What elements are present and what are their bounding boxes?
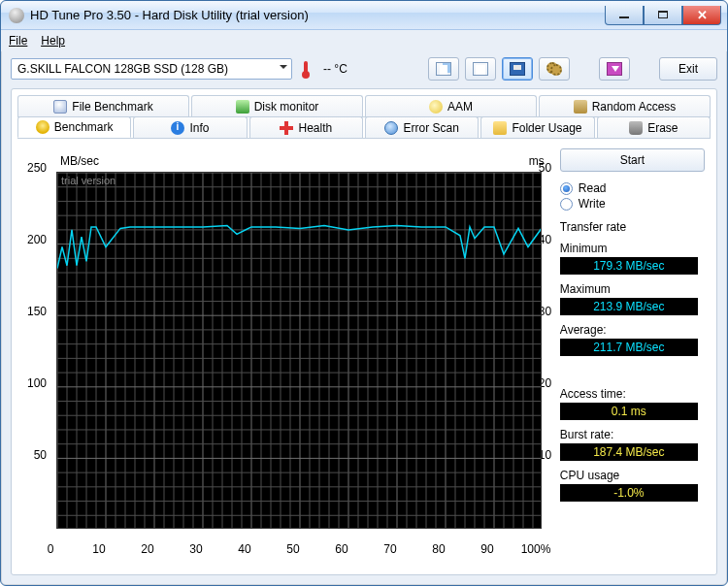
y-axis-left: 250 200 150 100 50 <box>21 168 49 527</box>
radio-read-label: Read <box>579 181 607 195</box>
minimize-icon <box>619 16 629 18</box>
window: HD Tune Pro 3.50 - Hard Disk Utility (tr… <box>0 0 728 586</box>
maximize-button[interactable] <box>644 6 682 25</box>
copy-info-icon <box>436 62 451 76</box>
average-value: 211.7 MB/sec <box>560 339 698 356</box>
minimum-label: Minimum <box>560 242 705 255</box>
radio-icon <box>560 182 573 195</box>
start-button[interactable]: Start <box>560 148 705 172</box>
options-button[interactable] <box>539 57 570 81</box>
cpu-usage-value: -1.0% <box>560 484 698 502</box>
minimum-value: 179.3 MB/sec <box>560 257 698 275</box>
radio-icon <box>560 198 573 211</box>
close-button[interactable]: ✕ <box>682 6 721 25</box>
y-left-label: MB/sec <box>60 154 99 168</box>
radio-write[interactable]: Write <box>560 197 705 211</box>
tab-row-lower: Benchmark Info Health Error Scan Folder … <box>17 116 711 139</box>
access-time-value: 0.1 ms <box>560 403 698 420</box>
exit-button[interactable]: Exit <box>659 57 717 81</box>
disk-monitor-icon <box>236 100 249 114</box>
right-panel: Start Read Write Transfer rate Minimum 1… <box>558 145 707 573</box>
radio-read[interactable]: Read <box>560 181 705 195</box>
maximum-value: 213.9 MB/sec <box>560 298 698 315</box>
save-screenshot-button[interactable] <box>502 57 533 81</box>
benchmark-chart: MB/sec ms 250 200 150 100 50 50 40 30 20… <box>21 145 558 562</box>
info-icon <box>171 121 184 135</box>
tab-row-upper: File Benchmark Disk monitor AAM Random A… <box>17 95 711 117</box>
start-button-label: Start <box>620 153 645 167</box>
minimize-button[interactable] <box>605 6 644 25</box>
tab-folder-usage[interactable]: Folder Usage <box>480 116 594 138</box>
tab-health[interactable]: Health <box>249 116 363 138</box>
health-icon <box>280 121 293 135</box>
access-time-label: Access time: <box>560 387 705 401</box>
copy-info-button[interactable] <box>428 57 459 81</box>
burst-rate-value: 187.4 MB/sec <box>560 443 698 461</box>
file-benchmark-icon <box>53 100 67 114</box>
tab-label: Error Scan <box>403 121 458 135</box>
screenshot-clipboard-icon <box>473 62 488 76</box>
tab-erase[interactable]: Erase <box>597 116 711 138</box>
app-icon <box>9 8 24 23</box>
chart-plot: trial version <box>56 172 542 529</box>
maximize-icon <box>658 11 668 18</box>
chart-watermark: trial version <box>61 175 116 186</box>
tab-label: Info <box>189 121 209 135</box>
transfer-rate-label: Transfer rate <box>560 220 705 234</box>
burst-rate-label: Burst rate: <box>560 428 705 441</box>
tab-error-scan[interactable]: Error Scan <box>365 116 479 138</box>
tab-label: Benchmark <box>54 120 114 134</box>
temperature-text: -- °C <box>323 62 347 76</box>
tab-info[interactable]: Info <box>133 116 247 138</box>
tab-aam[interactable]: AAM <box>365 95 537 116</box>
tab-content: MB/sec ms 250 200 150 100 50 50 40 30 20… <box>17 139 711 577</box>
benchmark-icon <box>36 120 50 134</box>
aam-icon <box>429 100 443 114</box>
gears-icon <box>546 62 562 76</box>
tab-label: Erase <box>647 121 678 135</box>
folder-icon <box>493 121 507 135</box>
toolbar: G.SKILL FALCON 128GB SSD (128 GB) -- °C … <box>1 51 727 86</box>
tab-label: Health <box>298 121 332 135</box>
down-arrow-icon <box>607 62 622 76</box>
tabs-container: File Benchmark Disk monitor AAM Random A… <box>11 88 717 575</box>
tab-disk-monitor[interactable]: Disk monitor <box>191 95 363 116</box>
screenshot-clipboard-button[interactable] <box>465 57 496 81</box>
error-scan-icon <box>384 121 398 135</box>
minimize-to-tray-button[interactable] <box>599 57 630 81</box>
x-axis: 0102030405060708090100% <box>50 542 539 560</box>
tab-file-benchmark[interactable]: File Benchmark <box>17 95 189 116</box>
radio-write-label: Write <box>579 197 606 211</box>
menubar: File Help <box>1 30 727 51</box>
titlebar[interactable]: HD Tune Pro 3.50 - Hard Disk Utility (tr… <box>1 1 727 30</box>
tab-random-access[interactable]: Random Access <box>539 95 711 116</box>
tab-benchmark[interactable]: Benchmark <box>17 116 131 138</box>
drive-select-value: G.SKILL FALCON 128GB SSD (128 GB) <box>17 62 228 76</box>
drive-select[interactable]: G.SKILL FALCON 128GB SSD (128 GB) <box>11 58 292 80</box>
exit-button-label: Exit <box>678 62 698 76</box>
cpu-usage-label: CPU usage <box>560 469 705 482</box>
maximum-label: Maximum <box>560 282 705 296</box>
tab-label: Disk monitor <box>254 100 319 114</box>
save-icon <box>510 62 525 76</box>
tab-label: File Benchmark <box>72 100 152 114</box>
menu-help[interactable]: Help <box>41 34 65 48</box>
random-access-icon <box>574 100 587 114</box>
tab-label: Folder Usage <box>512 121 581 135</box>
erase-icon <box>629 121 643 135</box>
tab-label: Random Access <box>592 100 677 114</box>
tab-label: AAM <box>447 100 473 114</box>
average-label: Average: <box>560 323 705 337</box>
title-text: HD Tune Pro 3.50 - Hard Disk Utility (tr… <box>30 8 309 22</box>
close-icon: ✕ <box>697 8 708 22</box>
toolbar-button-group <box>428 57 570 81</box>
window-controls: ✕ <box>605 6 721 25</box>
chart-svg <box>57 173 542 529</box>
menu-file[interactable]: File <box>9 34 27 48</box>
thermometer-icon <box>300 59 312 79</box>
